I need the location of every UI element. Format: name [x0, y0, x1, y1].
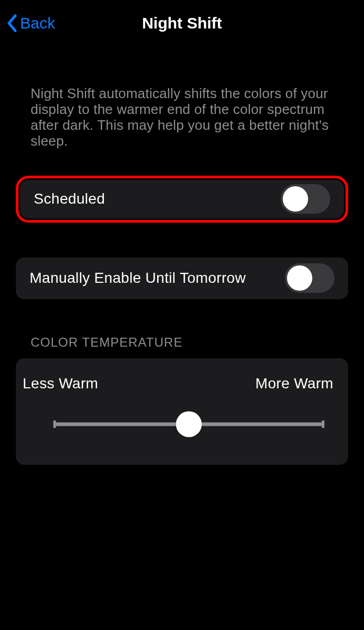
less-warm-label: Less Warm	[23, 375, 98, 392]
manual-enable-row[interactable]: Manually Enable Until Tomorrow	[16, 257, 348, 299]
color-temperature-panel: Less Warm More Warm	[16, 358, 348, 465]
scheduled-toggle[interactable]	[281, 184, 330, 214]
header: Back Night Shift	[0, 0, 364, 46]
back-label: Back	[20, 14, 55, 32]
slider-tick-left	[53, 421, 56, 428]
slider-knob[interactable]	[176, 411, 202, 437]
description-text: Night Shift automatically shifts the col…	[0, 46, 364, 149]
temperature-labels: Less Warm More Warm	[23, 375, 333, 392]
scheduled-row-highlight: Scheduled	[16, 176, 348, 223]
page-title: Night Shift	[142, 14, 222, 32]
chevron-left-icon	[6, 14, 18, 33]
back-button[interactable]: Back	[6, 0, 55, 46]
more-warm-label: More Warm	[255, 375, 333, 392]
color-temperature-slider[interactable]	[53, 411, 324, 437]
toggle-knob	[287, 265, 312, 291]
content: Night Shift automatically shifts the col…	[0, 46, 364, 465]
scheduled-label: Scheduled	[34, 190, 105, 207]
manual-enable-toggle[interactable]	[285, 263, 334, 293]
toggle-knob	[283, 186, 308, 212]
color-temperature-header: COLOR TEMPERATURE	[31, 335, 334, 350]
manual-row-wrapper: Manually Enable Until Tomorrow	[16, 257, 348, 299]
manual-enable-label: Manually Enable Until Tomorrow	[30, 270, 246, 287]
scheduled-row[interactable]: Scheduled	[20, 180, 344, 218]
slider-tick-right	[322, 421, 324, 428]
